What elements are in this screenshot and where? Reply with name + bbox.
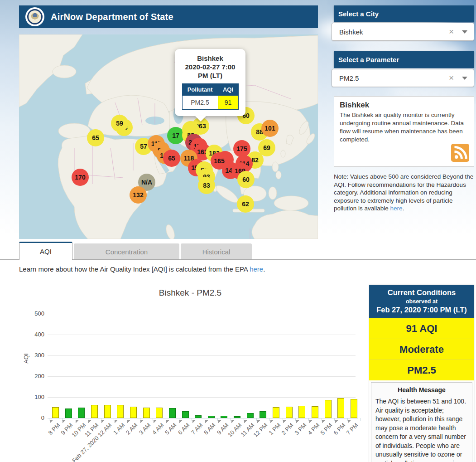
chart-bar[interactable] xyxy=(325,400,332,418)
x-label-arrow xyxy=(127,420,131,423)
tab-aqi[interactable]: AQI xyxy=(19,242,72,260)
world-map[interactable]: 53596517571179010865170N/A13296371862231… xyxy=(19,34,318,239)
chart-bar[interactable] xyxy=(337,398,344,418)
note-here-link[interactable]: here xyxy=(390,205,403,212)
y-axis-tick-label: 300 xyxy=(26,352,44,359)
x-axis-line xyxy=(48,418,358,418)
gridline xyxy=(48,335,356,335)
map-marker[interactable]: 62 xyxy=(237,195,254,213)
popup-col-pollutant: Pollutant xyxy=(182,84,218,96)
x-label-arrow xyxy=(154,420,157,423)
city-dropdown-value: Bishkek xyxy=(339,28,449,36)
chart-bar[interactable] xyxy=(260,411,266,418)
chart-bar[interactable] xyxy=(208,416,215,418)
chart-bar[interactable] xyxy=(247,413,254,418)
chevron-down-icon[interactable] xyxy=(462,77,467,80)
learn-more-link[interactable]: here xyxy=(250,265,263,273)
chevron-down-icon[interactable] xyxy=(462,30,467,34)
aqi-summary-box: 91 AQI Moderate PM2.5 xyxy=(369,318,474,380)
y-axis-tick-label: 100 xyxy=(26,394,44,400)
map-marker[interactable]: 132 xyxy=(130,186,147,204)
x-label-arrow xyxy=(76,420,79,423)
city-selector-header: Select a City xyxy=(334,5,474,22)
chart-bar[interactable] xyxy=(91,405,98,418)
station-info-body: The Bishkek air quality monitor is curre… xyxy=(340,111,468,144)
chart-bar[interactable] xyxy=(104,405,111,418)
tab-historical[interactable]: Historical xyxy=(181,243,252,260)
app-header: AirNow Department of State xyxy=(19,5,318,28)
chart-bar[interactable] xyxy=(143,408,150,418)
state-department-seal-logo xyxy=(25,7,44,26)
map-popup: Bishkek 2020-02-27 7:00 PM (LT) Pollutan… xyxy=(175,49,245,116)
station-info-box: Bishkek The Bishkek air quality monitor … xyxy=(334,96,474,167)
x-label-arrow xyxy=(218,420,222,423)
chart-bar[interactable] xyxy=(298,406,305,418)
popup-aqi-value: 91 xyxy=(218,96,238,110)
popup-city: Bishkek xyxy=(175,54,245,63)
x-label-arrow xyxy=(101,420,105,423)
x-label-arrow xyxy=(309,420,313,423)
gridline xyxy=(48,314,356,314)
chart-bar[interactable] xyxy=(286,407,293,418)
tab-concentration[interactable]: Concentration xyxy=(74,243,179,260)
chart-bar[interactable] xyxy=(117,405,124,418)
chart-bar[interactable] xyxy=(130,407,137,418)
gridline xyxy=(48,376,356,377)
map-marker[interactable]: 59 xyxy=(111,115,128,132)
chart-bar[interactable] xyxy=(169,408,176,418)
y-axis-tick-label: 0 xyxy=(26,414,44,421)
chart-bar[interactable] xyxy=(52,407,59,418)
observation-datetime: Feb 27, 2020 7:00 PM (LT) xyxy=(371,306,472,314)
city-dropdown[interactable]: Bishkek × xyxy=(332,23,474,41)
map-marker[interactable]: 65 xyxy=(87,129,104,146)
y-axis-tick-label: 400 xyxy=(26,331,44,338)
popup-date: 2020-02-27 7:00 xyxy=(175,63,245,71)
parameter-dropdown[interactable]: PM2.5 × xyxy=(332,69,474,87)
x-label-arrow xyxy=(335,420,339,423)
beyond-aqi-note: Note: Values above 500 are considered Be… xyxy=(334,173,475,213)
aqi-value: 91 AQI xyxy=(369,318,474,339)
map-marker[interactable]: 83 xyxy=(198,177,215,194)
chart-bar[interactable] xyxy=(156,408,163,418)
x-label-arrow xyxy=(283,420,287,423)
chart-bar[interactable] xyxy=(182,411,189,418)
x-label-arrow xyxy=(322,420,326,423)
current-conditions-title: Current Conditions xyxy=(371,288,472,297)
station-info-title: Bishkek xyxy=(340,101,468,110)
x-label-arrow xyxy=(115,420,118,423)
x-label-arrow xyxy=(205,420,209,423)
view-tabs: AQI Concentration Historical xyxy=(19,242,318,260)
clear-icon[interactable]: × xyxy=(449,27,454,37)
popup-pollutant-value: PM2.5 xyxy=(182,96,218,110)
popup-date-2: PM (LT) xyxy=(175,71,245,80)
learn-more-period: . xyxy=(263,265,265,273)
parameter-dropdown-value: PM2.5 xyxy=(339,74,449,82)
map-marker[interactable]: 170 xyxy=(72,169,89,186)
note-period: . xyxy=(403,205,404,212)
popup-aqi-table: Pollutant AQI PM2.5 91 xyxy=(182,83,239,110)
aqi-pollutant: PM2.5 xyxy=(369,360,474,380)
chart-bar[interactable] xyxy=(312,406,318,418)
chart-bar[interactable] xyxy=(65,409,72,418)
x-label-arrow xyxy=(179,420,183,423)
chart-bar[interactable] xyxy=(351,399,357,418)
x-label-arrow xyxy=(231,420,235,423)
map-marker[interactable]: 65 xyxy=(163,150,180,167)
gridline xyxy=(48,355,356,356)
chart-bar[interactable] xyxy=(78,408,85,418)
x-label-arrow xyxy=(296,420,300,423)
chart-bar[interactable] xyxy=(273,407,279,418)
x-label-arrow xyxy=(348,420,351,423)
aqi-bar-chart: Bishkek - PM2.5 AQI 01002003004005008 PM… xyxy=(23,283,362,462)
clear-icon[interactable]: × xyxy=(449,73,454,83)
rss-icon[interactable] xyxy=(451,144,469,162)
chart-bar[interactable] xyxy=(195,415,202,418)
chart-bar[interactable] xyxy=(221,416,227,418)
map-marker[interactable]: 60 xyxy=(237,171,255,188)
current-conditions-header: Current Conditions observed at Feb 27, 2… xyxy=(369,285,474,318)
x-label-arrow xyxy=(192,420,196,423)
map-marker[interactable]: 101 xyxy=(261,120,279,137)
chart-bar[interactable] xyxy=(234,416,240,418)
learn-more-body: Learn more about how the Air Quality Ind… xyxy=(19,265,248,273)
x-label-arrow xyxy=(63,420,66,423)
